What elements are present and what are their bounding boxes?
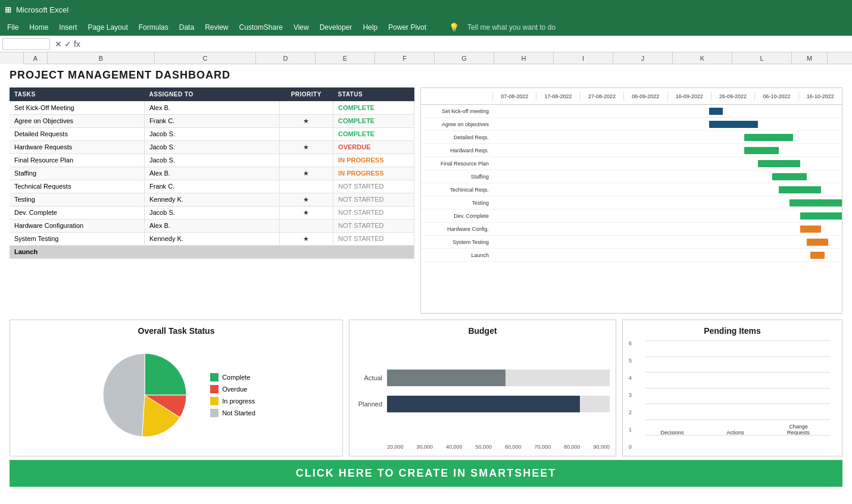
gantt-date: 06-10-2022 <box>754 92 798 101</box>
task-priority: ★ <box>279 114 333 127</box>
pending-grid-line <box>645 435 830 436</box>
table-row: Staffing Alex B. ★ IN PROGRESS <box>10 167 414 180</box>
menu-customshare[interactable]: CustomShare <box>235 21 288 34</box>
menu-review[interactable]: Review <box>200 21 233 34</box>
col-l[interactable]: L <box>732 52 792 64</box>
table-row: System Testing Kennedy K. ★ NOT STARTED <box>10 232 414 245</box>
gantt-row-label: Techinical Reqs. <box>421 187 492 193</box>
pending-bars-area: Decisions Actions ChangeRequests <box>641 340 830 436</box>
gantt-row: Launch <box>421 249 842 262</box>
gantt-bar <box>744 147 779 154</box>
task-name: Hardware Requests <box>10 140 145 154</box>
task-assigned: Alex B. <box>145 219 280 232</box>
table-row: Dev. Complete Jacob S. ★ NOT STARTED <box>10 206 414 219</box>
sheet-content: PROJECT MANAGEMENT DASHBOARD TASKS ASSIG… <box>0 64 852 504</box>
menu-power-pivot[interactable]: Power Pivot <box>383 21 431 34</box>
task-name: Hardware Configuration <box>10 219 145 232</box>
menu-data[interactable]: Data <box>174 21 199 34</box>
gantt-date: 06-09-2022 <box>623 92 667 101</box>
pie-content: CompleteOverdueIn progressNot Started <box>16 340 336 450</box>
pending-chart-title: Pending Items <box>629 326 836 336</box>
pending-y-label: 4 <box>629 375 632 381</box>
task-priority: ★ <box>279 140 333 154</box>
gantt-row-label: Detailed Reqs. <box>421 134 492 140</box>
gantt-date: 27-08-2022 <box>580 92 623 101</box>
legend-color <box>210 409 219 417</box>
gantt-row-label: Dev. Complete <box>421 213 492 219</box>
pending-grid-line <box>645 388 830 389</box>
table-row: Agree on Objectives Frank C. ★ COMPLETE <box>10 114 414 127</box>
col-d[interactable]: D <box>256 52 316 64</box>
task-priority: ★ <box>279 206 333 219</box>
table-row: Set Kick-Off Meeting Alex B. COMPLETE <box>10 101 414 114</box>
task-assigned: Kennedy K. <box>145 232 280 245</box>
gantt-row-bars <box>492 196 842 209</box>
gantt-row-label: Testing <box>421 200 492 206</box>
menu-insert[interactable]: Insert <box>54 21 82 34</box>
menu-developer[interactable]: Developer <box>315 21 357 34</box>
pie-chart-title: Overall Task Status <box>16 326 336 336</box>
col-header-status: STATUS <box>333 87 414 101</box>
sheet-body: PROJECT MANAGEMENT DASHBOARD TASKS ASSIG… <box>0 64 852 504</box>
task-status: COMPLETE <box>333 114 414 127</box>
budget-x-axis: 20,00030,00040,00050,00060,00070,00080,0… <box>355 444 610 450</box>
formula-input[interactable] <box>85 40 850 48</box>
task-assigned: Jacob S. <box>145 140 280 154</box>
col-e[interactable]: E <box>316 52 375 64</box>
table-row: Final Resource Plan Jacob S. IN PROGRESS <box>10 154 414 167</box>
col-a[interactable]: A <box>24 52 48 64</box>
cancel-icon[interactable]: ✕ <box>55 39 62 49</box>
task-status: NOT STARTED <box>333 232 414 245</box>
col-i[interactable]: I <box>554 52 613 64</box>
gantt-row-label: Hardward Reqs. <box>421 148 492 154</box>
search-input[interactable] <box>467 23 557 32</box>
gantt-bar <box>779 186 820 193</box>
dashboard-title: PROJECT MANAGEMENT DASHBOARD <box>10 69 842 82</box>
pie-chart-svg <box>97 348 192 443</box>
search-area[interactable]: 💡 <box>444 20 850 35</box>
task-assigned: Frank C. <box>145 180 280 193</box>
task-table: TASKS ASSIGNED TO PRIORITY STATUS Set Ki… <box>10 87 414 259</box>
col-h[interactable]: H <box>494 52 554 64</box>
gantt-dates: 07-08-202217-08-202227-08-202206-09-2022… <box>492 92 842 101</box>
pending-y-label: 5 <box>629 358 632 364</box>
gantt-rows: Set kick-off meetingAgree on objectivesD… <box>421 105 842 262</box>
task-status: COMPLETE <box>333 101 414 114</box>
menu-formulas[interactable]: Formulas <box>134 21 173 34</box>
gantt-row-label: Set kick-off meeting <box>421 108 492 114</box>
task-priority <box>279 219 333 232</box>
gantt-bar <box>810 252 824 259</box>
confirm-icon[interactable]: ✓ <box>64 39 71 49</box>
task-name: Detailed Requests <box>10 127 145 140</box>
col-k[interactable]: K <box>673 52 732 64</box>
menu-home[interactable]: Home <box>24 21 53 34</box>
pie-legend: CompleteOverdueIn progressNot Started <box>210 373 255 417</box>
gantt-bar <box>709 108 723 115</box>
task-priority <box>279 101 333 114</box>
gantt-chart: 07-08-202217-08-202227-08-202206-09-2022… <box>420 87 842 314</box>
col-b[interactable]: B <box>48 52 155 64</box>
menu-view[interactable]: View <box>289 21 314 34</box>
budget-bar-label: Planned <box>355 400 382 408</box>
gantt-bar <box>789 199 842 206</box>
col-m[interactable]: M <box>792 52 828 64</box>
col-header-priority: PRIORITY <box>279 87 333 101</box>
col-c[interactable]: C <box>155 52 256 64</box>
legend-item: In progress <box>210 397 255 405</box>
cell-reference[interactable]: J2 <box>2 38 50 50</box>
col-g[interactable]: G <box>435 52 494 64</box>
gantt-row-bars <box>492 183 842 196</box>
menu-page-layout[interactable]: Page Layout <box>83 21 132 34</box>
pending-grid-line <box>645 356 830 357</box>
task-name: Set Kick-Off Meeting <box>10 101 145 114</box>
task-status: IN PROGRESS <box>333 167 414 180</box>
title-bar: ⊞ Microsoft Excel <box>0 0 852 19</box>
gantt-row: Hardward Reqs. <box>421 144 842 157</box>
bottom-banner[interactable]: CLICK HERE TO CREATE IN SMARTSHEET <box>10 460 842 487</box>
col-f[interactable]: F <box>375 52 435 64</box>
menu-file[interactable]: File <box>2 21 23 34</box>
fx-icon[interactable]: fx <box>74 39 80 49</box>
menu-help[interactable]: Help <box>358 21 382 34</box>
gantt-date: 07-08-2022 <box>492 92 536 101</box>
col-j[interactable]: J <box>613 52 673 64</box>
